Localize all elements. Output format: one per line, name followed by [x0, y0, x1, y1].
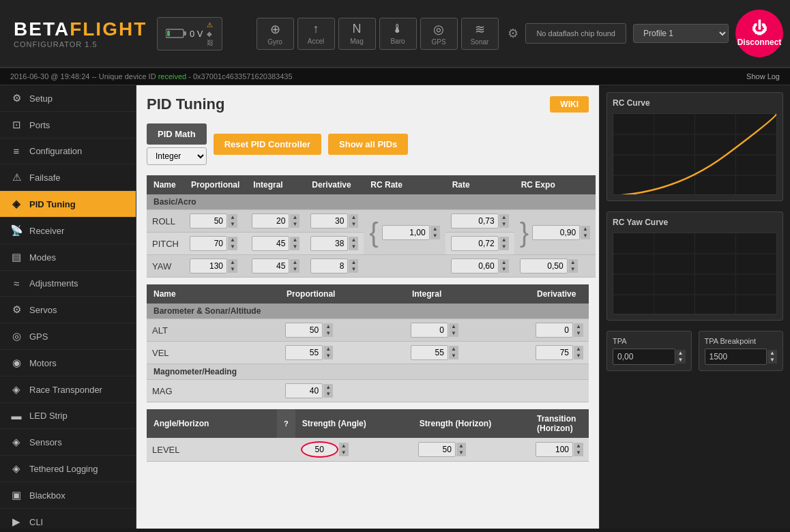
level-tr-up[interactable]: ▲	[574, 443, 583, 449]
roll-integral-input[interactable]	[252, 213, 289, 228]
vel-d-down[interactable]: ▼	[574, 353, 583, 359]
mag-p-down[interactable]: ▼	[323, 391, 333, 398]
alt-i-up[interactable]: ▲	[449, 323, 458, 330]
roll-p-up[interactable]: ▲	[228, 214, 237, 221]
sidebar-item-modes[interactable]: ▤ Modes	[0, 244, 136, 271]
yaw-rate-input[interactable]	[451, 258, 499, 274]
level-sa-up[interactable]: ▲	[339, 443, 349, 449]
vel-p-up[interactable]: ▲	[323, 346, 333, 353]
sidebar-item-failsafe[interactable]: ⚠ Failsafe	[0, 164, 136, 191]
pitch-i-down[interactable]: ▼	[290, 243, 299, 250]
roll-p-down[interactable]: ▼	[228, 221, 237, 228]
sidebar-item-ports[interactable]: ⊡ Ports	[0, 112, 136, 138]
tpa-bp-up[interactable]: ▲	[767, 350, 777, 357]
yaw-d-up[interactable]: ▲	[349, 259, 358, 266]
vel-i-up[interactable]: ▲	[449, 346, 458, 353]
settings-icon[interactable]: ⚙	[508, 26, 518, 41]
sidebar-item-led-strip[interactable]: ▬ LED Strip	[0, 403, 136, 429]
show-all-pids-button[interactable]: Show all PIDs	[328, 134, 408, 155]
alt-p-down[interactable]: ▼	[323, 330, 333, 337]
sidebar-item-receiver[interactable]: 📡 Receiver	[0, 218, 136, 244]
yaw-p-up[interactable]: ▲	[228, 259, 237, 266]
sidebar-item-gps[interactable]: ◎ GPS	[0, 323, 136, 350]
alt-d-up[interactable]: ▲	[574, 323, 583, 330]
level-strength-horizon-input[interactable]	[418, 442, 456, 457]
disconnect-button[interactable]: ⏻ Disconnect	[735, 10, 783, 57]
yaw-derivative-input[interactable]	[310, 258, 348, 274]
yaw-d-down[interactable]: ▼	[349, 266, 358, 273]
yaw-rate-up[interactable]: ▲	[499, 259, 509, 266]
rc-rate-input[interactable]	[382, 225, 430, 240]
sidebar-item-setup[interactable]: ⚙ Setup	[0, 85, 136, 112]
pitch-integral-input[interactable]	[252, 236, 289, 251]
alt-i-down[interactable]: ▼	[449, 330, 458, 337]
vel-proportional-input[interactable]	[285, 345, 323, 360]
yaw-proportional-input[interactable]	[190, 258, 227, 274]
sidebar-item-blackbox[interactable]: ▣ Blackbox	[0, 482, 136, 509]
roll-i-down[interactable]: ▼	[290, 221, 299, 228]
level-strength-angle-input[interactable]	[301, 441, 338, 458]
level-transition-input[interactable]	[536, 442, 573, 457]
alt-integral-input[interactable]	[411, 323, 448, 338]
reset-pid-button[interactable]: Reset PID Controller	[214, 134, 321, 155]
profile-select[interactable]: Profile 1	[633, 24, 729, 43]
alt-proportional-input[interactable]	[285, 323, 323, 338]
roll-i-up[interactable]: ▲	[290, 214, 299, 221]
sidebar-item-sensors[interactable]: ◈ Sensors	[0, 429, 136, 456]
sidebar-item-adjustments[interactable]: ≈ Adjustments	[0, 271, 136, 297]
mag-p-up[interactable]: ▲	[323, 384, 333, 391]
level-sa-down[interactable]: ▼	[339, 449, 349, 456]
vel-d-up[interactable]: ▲	[574, 346, 583, 353]
rcrate-down[interactable]: ▼	[430, 233, 440, 239]
sidebar-item-pid-tuning[interactable]: ◈ PID Tuning	[0, 191, 136, 218]
integer-select[interactable]: Integer	[147, 147, 207, 165]
sidebar-item-tethered-logging[interactable]: ◈ Tethered Logging	[0, 456, 136, 482]
rc-expo-input[interactable]	[532, 225, 580, 240]
show-log-button[interactable]: Show Log	[746, 72, 780, 80]
vel-integral-input[interactable]	[411, 345, 448, 360]
roll-d-down[interactable]: ▼	[349, 221, 358, 228]
yaw-i-up[interactable]: ▲	[290, 259, 299, 266]
rcrate-up[interactable]: ▲	[430, 226, 440, 233]
vel-p-down[interactable]: ▼	[323, 353, 333, 359]
sidebar-item-race-transponder[interactable]: ◈ Race Transponder	[0, 376, 136, 403]
yaw-expo-up[interactable]: ▲	[568, 259, 578, 266]
mag-proportional-input[interactable]	[285, 383, 323, 398]
pitch-d-up[interactable]: ▲	[349, 237, 358, 243]
alt-p-up[interactable]: ▲	[323, 323, 333, 330]
tpa-input[interactable]	[613, 349, 675, 365]
roll-proportional-input[interactable]	[190, 213, 227, 228]
roll-rate-up[interactable]: ▲	[499, 214, 509, 221]
pitch-rate-up[interactable]: ▲	[499, 237, 509, 243]
yaw-rate-down[interactable]: ▼	[499, 266, 509, 273]
pitch-rate-down[interactable]: ▼	[499, 243, 509, 250]
rcexpo-up[interactable]: ▲	[581, 226, 590, 233]
roll-derivative-input[interactable]	[310, 213, 348, 228]
tpa-up[interactable]: ▲	[676, 350, 686, 357]
sidebar-item-cli[interactable]: ▶ CLI	[0, 509, 136, 532]
yaw-rcexpo-input[interactable]	[520, 258, 568, 274]
roll-d-up[interactable]: ▲	[349, 214, 358, 221]
yaw-p-down[interactable]: ▼	[228, 266, 237, 273]
pitch-i-up[interactable]: ▲	[290, 237, 299, 243]
level-sh-down[interactable]: ▼	[456, 449, 466, 456]
sidebar-item-configuration[interactable]: ≡ Configuration	[0, 138, 136, 164]
pid-math-tab[interactable]: PID Math	[147, 123, 207, 145]
rcexpo-down[interactable]: ▼	[581, 233, 590, 239]
yaw-integral-input[interactable]	[252, 258, 289, 274]
vel-derivative-input[interactable]	[536, 345, 573, 360]
tpa-down[interactable]: ▼	[676, 357, 686, 364]
yaw-expo-down[interactable]: ▼	[568, 266, 578, 273]
yaw-i-down[interactable]: ▼	[290, 266, 299, 273]
alt-d-down[interactable]: ▼	[574, 330, 583, 337]
pitch-p-up[interactable]: ▲	[228, 237, 237, 243]
level-sh-up[interactable]: ▲	[456, 443, 466, 449]
roll-rate-input[interactable]	[451, 213, 499, 228]
sidebar-item-motors[interactable]: ◉ Motors	[0, 350, 136, 376]
pitch-derivative-input[interactable]	[310, 236, 348, 251]
wiki-button[interactable]: WIKI	[550, 96, 589, 113]
vel-i-down[interactable]: ▼	[449, 353, 458, 359]
alt-derivative-input[interactable]	[536, 323, 573, 338]
pitch-proportional-input[interactable]	[190, 236, 227, 251]
roll-rate-down[interactable]: ▼	[499, 221, 509, 228]
